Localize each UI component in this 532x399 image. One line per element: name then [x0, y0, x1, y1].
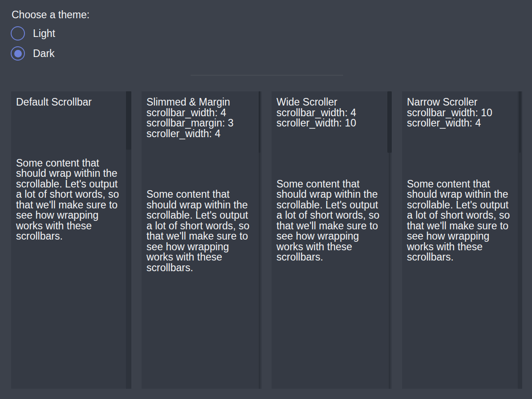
scroll-panel-default[interactable]: Default Scrollbar Some content that shou… [11, 91, 131, 389]
scroll-panel-wide-scroller[interactable]: Wide Scroller scrollbar_width: 4 scrolle… [272, 91, 392, 389]
radio-unchecked-icon[interactable] [11, 26, 25, 41]
scrollbar-thumb[interactable] [519, 91, 521, 153]
theme-option-light-label: Light [33, 26, 55, 41]
scrollbar-thumb[interactable] [126, 91, 131, 150]
panel-content: Some content that should wrap within the… [407, 179, 515, 263]
theme-chooser-label: Choose a theme: [12, 10, 89, 20]
panel-content: Some content that should wrap within the… [16, 158, 124, 242]
panel-content: Some content that should wrap within the… [146, 189, 254, 273]
panel-params: scrollbar_width: 10 scroller_width: 4 [407, 108, 515, 129]
theme-option-dark[interactable]: Dark [11, 46, 55, 61]
scroll-panel-slimmed-margin[interactable]: Slimmed & Margin scrollbar_width: 4 scro… [142, 91, 262, 389]
panel-title: Slimmed & Margin [146, 97, 254, 108]
panel-title: Wide Scroller [276, 97, 384, 108]
panel-title: Narrow Scroller [407, 97, 515, 108]
panel-params: scrollbar_width: 4 scrollbar_margin: 3 s… [146, 108, 254, 139]
panel-params: scrollbar_width: 4 scroller_width: 10 [276, 108, 384, 129]
scroll-panel-narrow-scroller[interactable]: Narrow Scroller scrollbar_width: 10 scro… [402, 91, 522, 389]
radio-checked-icon[interactable] [11, 46, 25, 61]
section-divider [191, 75, 343, 76]
panel-title: Default Scrollbar [16, 97, 124, 108]
theme-option-dark-label: Dark [33, 46, 55, 61]
theme-option-light[interactable]: Light [11, 26, 55, 41]
panel-content: Some content that should wrap within the… [276, 179, 384, 263]
scrollbar-thumb[interactable] [387, 91, 392, 153]
scrollbar-thumb[interactable] [259, 91, 260, 153]
app-root: { "theme_chooser": { "label": "Choose a … [0, 0, 532, 399]
